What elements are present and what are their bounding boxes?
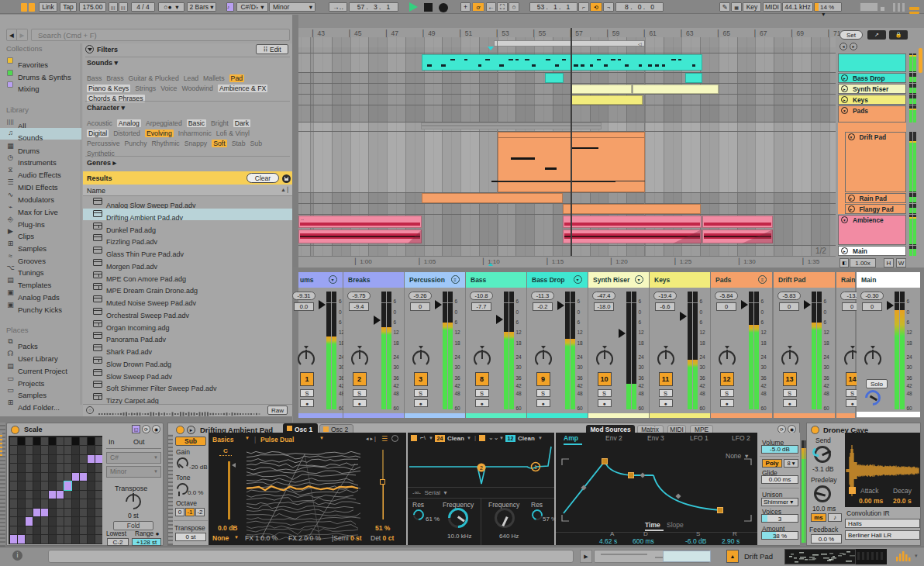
svg-text:1: 1 [534,464,537,470]
svg-text:2: 2 [480,465,483,471]
